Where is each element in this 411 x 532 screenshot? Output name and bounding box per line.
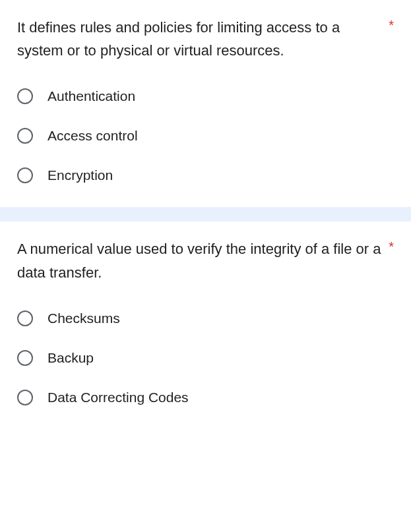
required-asterisk-icon: * bbox=[389, 237, 394, 254]
option-label: Access control bbox=[47, 128, 138, 144]
radio-icon bbox=[17, 350, 33, 366]
option-label: Authentication bbox=[47, 88, 135, 104]
question-block-2: A numerical value used to verify the int… bbox=[0, 222, 411, 429]
radio-icon bbox=[17, 88, 33, 104]
radio-icon bbox=[17, 390, 33, 405]
question-prompt: It defines rules and policies for limiti… bbox=[17, 16, 382, 62]
required-asterisk-icon: * bbox=[389, 16, 394, 33]
option-encryption[interactable]: Encryption bbox=[17, 167, 394, 183]
option-data-correcting-codes[interactable]: Data Correcting Codes bbox=[17, 390, 394, 405]
question-header: A numerical value used to verify the int… bbox=[17, 237, 394, 283]
option-label: Encryption bbox=[47, 167, 113, 183]
question-block-1: It defines rules and policies for limiti… bbox=[0, 0, 411, 207]
options-group: Authentication Access control Encryption bbox=[17, 88, 394, 183]
question-header: It defines rules and policies for limiti… bbox=[17, 16, 394, 62]
question-prompt: A numerical value used to verify the int… bbox=[17, 237, 382, 283]
option-authentication[interactable]: Authentication bbox=[17, 88, 394, 104]
radio-icon bbox=[17, 128, 33, 144]
section-divider bbox=[0, 207, 411, 222]
radio-icon bbox=[17, 167, 33, 183]
option-label: Data Correcting Codes bbox=[47, 390, 189, 405]
option-backup[interactable]: Backup bbox=[17, 350, 394, 366]
radio-icon bbox=[17, 310, 33, 326]
option-checksums[interactable]: Checksums bbox=[17, 310, 394, 326]
option-label: Backup bbox=[47, 350, 94, 366]
options-group: Checksums Backup Data Correcting Codes bbox=[17, 310, 394, 405]
option-access-control[interactable]: Access control bbox=[17, 128, 394, 144]
option-label: Checksums bbox=[47, 310, 120, 326]
